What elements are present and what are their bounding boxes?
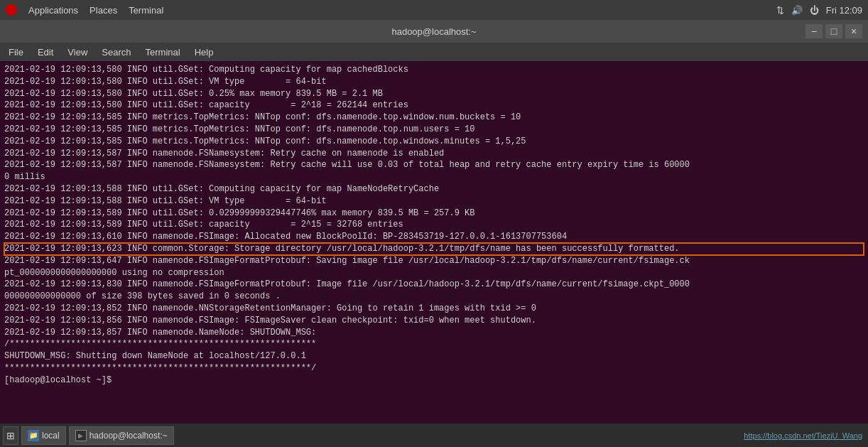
- file-menu[interactable]: File: [3, 45, 29, 59]
- hadoop-label: hadoop@localhost:~: [89, 431, 168, 441]
- close-button[interactable]: ×: [845, 24, 862, 38]
- edit-menu[interactable]: Edit: [32, 45, 59, 59]
- taskbar-left: ⊞ 📁 local ▶ hadoop@localhost:~: [3, 426, 174, 445]
- search-menu[interactable]: Search: [96, 45, 136, 59]
- expand-button[interactable]: ⊞: [3, 426, 18, 445]
- menu-bar: File Edit View Search Terminal Help: [0, 43, 868, 61]
- terminal-menu[interactable]: Terminal: [129, 5, 163, 16]
- system-bar-left: Applications Places Terminal: [6, 4, 163, 16]
- title-bar: hadoop@localhost:~ − □ ×: [0, 20, 868, 43]
- maximize-button[interactable]: □: [825, 24, 842, 38]
- view-menu[interactable]: View: [62, 45, 93, 59]
- local-label: local: [42, 431, 60, 441]
- taskbar-url[interactable]: https://blog.csdn.net/TieziU_Wang: [744, 431, 865, 440]
- window-title: hadoop@localhost:~: [391, 26, 476, 37]
- terminal-content[interactable]: 2021-02-19 12:09:13,580 INFO util.GSet: …: [0, 61, 868, 423]
- network-icon: ⇅: [776, 5, 784, 16]
- terminal-icon: ▶: [75, 430, 87, 441]
- volume-icon: 🔊: [791, 5, 803, 16]
- applications-menu[interactable]: Applications: [28, 5, 78, 16]
- local-window-btn[interactable]: 📁 local: [21, 426, 66, 445]
- hadoop-terminal-btn[interactable]: ▶ hadoop@localhost:~: [69, 426, 174, 445]
- redhat-icon: [6, 4, 17, 16]
- power-icon: ⏻: [810, 5, 819, 16]
- minimize-button[interactable]: −: [805, 24, 823, 38]
- taskbar: ⊞ 📁 local ▶ hadoop@localhost:~ https://b…: [0, 423, 868, 447]
- system-bar-right: ⇅ 🔊 ⏻ Fri 12:09: [776, 5, 862, 16]
- terminal-menu-item[interactable]: Terminal: [140, 45, 186, 59]
- system-bar: Applications Places Terminal ⇅ 🔊 ⏻ Fri 1…: [0, 0, 868, 20]
- local-icon: 📁: [28, 430, 39, 441]
- places-menu[interactable]: Places: [89, 5, 117, 16]
- clock: Fri 12:09: [826, 5, 862, 16]
- help-menu[interactable]: Help: [189, 45, 219, 59]
- title-bar-controls: − □ ×: [805, 24, 862, 38]
